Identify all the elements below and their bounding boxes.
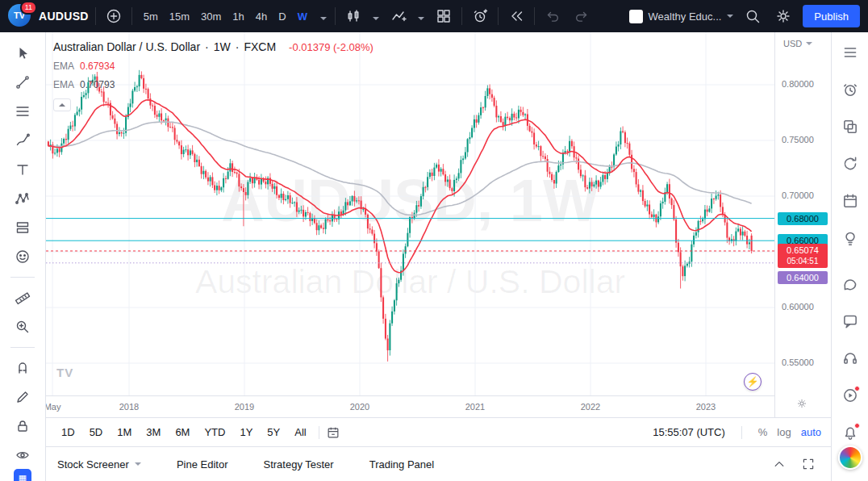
fib-retracement-tool-icon[interactable]	[11, 100, 34, 123]
trend-line-tool-icon[interactable]	[11, 71, 34, 94]
chart-style-button[interactable]	[342, 5, 365, 27]
alerts-icon[interactable]	[840, 79, 861, 100]
refresh-icon[interactable]	[840, 153, 861, 174]
divider	[498, 7, 499, 25]
indicators-caret[interactable]	[416, 7, 426, 26]
magnet-tool-icon[interactable]	[11, 357, 34, 379]
support-chat-button[interactable]: ▦	[14, 469, 31, 481]
legend-separator: ·	[236, 40, 240, 53]
legend-collapse-button[interactable]	[53, 98, 71, 111]
measure-tool-icon[interactable]	[11, 287, 34, 309]
timeframe-W[interactable]: W	[293, 7, 312, 26]
streams-icon[interactable]	[840, 385, 861, 406]
layout-thumbnail-icon	[629, 10, 643, 23]
undo-button[interactable]	[541, 5, 564, 27]
top-toolbar: TV 11 AUDUSD 5m15m30m1h4hDW	[0, 0, 868, 32]
panel-fullscreen-button[interactable]	[802, 458, 815, 471]
range-1m[interactable]: 1M	[111, 423, 137, 441]
tab-strategy-tester[interactable]: Strategy Tester	[263, 458, 333, 471]
symbol-search-button[interactable]: AUDUSD	[39, 10, 89, 23]
range-1y[interactable]: 1Y	[234, 423, 258, 441]
auto-scale-toggle[interactable]: auto	[801, 426, 821, 438]
range-5d[interactable]: 5D	[84, 423, 109, 441]
time-axis[interactable]: May201820192020202120222023	[46, 395, 774, 417]
timeframe-group: 5m15m30m1h4hDW	[139, 7, 312, 26]
support-headset-icon[interactable]	[840, 348, 861, 369]
drawing-toolbar: ▦	[0, 32, 46, 481]
zoom-in-tool-icon[interactable]	[11, 316, 34, 338]
ema-label: EMA	[53, 79, 74, 90]
tab-trading-panel[interactable]: Trading Panel	[369, 458, 434, 471]
community-avatars-button[interactable]	[838, 445, 862, 470]
emoji-tool-icon[interactable]	[11, 245, 34, 268]
layout-select-button[interactable]: Wealthy Educ...	[629, 10, 734, 23]
settings-gear-button[interactable]	[772, 5, 795, 27]
chats-icon[interactable]	[840, 274, 861, 295]
brush-tool-icon[interactable]	[11, 129, 34, 152]
price-label: 0.80000	[782, 79, 814, 89]
bottom-panel-tabs: Stock ScreenerPine EditorStrategy Tester…	[46, 446, 831, 481]
watchlist-icon[interactable]	[840, 42, 861, 63]
tradingview-logo[interactable]: TV 11	[8, 4, 32, 28]
chevron-down-icon	[806, 42, 812, 45]
tab-pine-editor[interactable]: Pine Editor	[177, 458, 228, 471]
legend-separator: ·	[205, 40, 209, 53]
time-label: May	[46, 402, 66, 412]
layout-grid-button[interactable]	[432, 5, 455, 27]
timeframe-30m[interactable]: 30m	[196, 7, 226, 26]
chart-style-caret[interactable]	[371, 7, 381, 26]
timeframe-15m[interactable]: 15m	[165, 7, 194, 26]
xabcd-pattern-tool-icon[interactable]	[11, 187, 34, 210]
range-all[interactable]: All	[289, 423, 311, 441]
time-label: 2023	[692, 402, 720, 412]
edit-pencil-tool-icon[interactable]	[11, 386, 34, 408]
legend-title-row[interactable]: Australian Dollar / U.S. Dollar · 1W · F…	[53, 40, 373, 53]
quick-alert-lightning-button[interactable]: ⚡	[744, 373, 762, 391]
timeframe-4h[interactable]: 4h	[251, 7, 272, 26]
chevron-down-icon	[727, 15, 733, 18]
percent-scale-toggle[interactable]: %	[758, 426, 768, 438]
utc-clock[interactable]: 15:55:07 (UTC)	[653, 426, 725, 438]
cursor-tool-icon[interactable]	[11, 42, 34, 65]
search-button[interactable]	[741, 5, 764, 27]
ideas-bulb-icon[interactable]	[840, 228, 861, 249]
hotlists-icon[interactable]	[840, 116, 861, 137]
price-axis[interactable]: USD 0.800000.750000.700000.600000.550000…	[774, 32, 831, 417]
alert-add-button[interactable]	[469, 5, 491, 27]
go-to-date-button[interactable]	[326, 425, 340, 440]
timeframe-1h[interactable]: 1h	[227, 7, 248, 26]
ema-indicator-row[interactable]: EMA 0.70793	[53, 79, 373, 90]
hide-all-tool-icon[interactable]	[11, 444, 34, 466]
text-tool-icon[interactable]	[11, 158, 34, 181]
chart-pane[interactable]: AUDUSD, 1W Australian Dollar / U.S. Doll…	[46, 32, 831, 417]
timeframe-D[interactable]: D	[273, 7, 290, 26]
log-scale-toggle[interactable]: log	[777, 426, 791, 438]
redo-button[interactable]	[570, 5, 593, 27]
calendar-icon[interactable]	[840, 190, 861, 211]
range-1d[interactable]: 1D	[56, 423, 81, 441]
timeframe-menu-caret[interactable]	[319, 7, 328, 26]
panel-expand-chevron-button[interactable]	[773, 458, 786, 471]
ema-label: EMA	[53, 61, 74, 72]
range-bar-right: 15:55:07 (UTC) % log auto	[653, 426, 821, 439]
comments-icon[interactable]	[840, 311, 861, 332]
price-badge: 0.68000	[778, 212, 828, 225]
tab-stock-screener[interactable]: Stock Screener	[57, 458, 141, 471]
ema-indicator-row[interactable]: EMA 0.67934	[53, 61, 373, 72]
range-5y[interactable]: 5Y	[261, 423, 286, 441]
lock-all-tool-icon[interactable]	[11, 415, 34, 437]
bar-replay-button[interactable]	[505, 5, 528, 27]
axis-settings-gear-icon[interactable]	[796, 398, 807, 412]
publish-button[interactable]: Publish	[803, 5, 860, 27]
long-short-position-tool-icon[interactable]	[11, 216, 34, 239]
compare-add-button[interactable]	[102, 5, 125, 27]
indicators-button[interactable]	[387, 5, 410, 27]
range-ytd[interactable]: YTD	[198, 423, 231, 441]
range-3m[interactable]: 3M	[140, 423, 166, 441]
price-axis-currency[interactable]: USD	[783, 39, 812, 48]
notification-dot	[854, 423, 860, 429]
range-6m[interactable]: 6M	[169, 423, 195, 441]
topbar-right-group: Wealthy Educ... Publish	[629, 5, 860, 27]
notifications-bell-icon[interactable]	[840, 422, 861, 443]
timeframe-5m[interactable]: 5m	[139, 7, 163, 26]
